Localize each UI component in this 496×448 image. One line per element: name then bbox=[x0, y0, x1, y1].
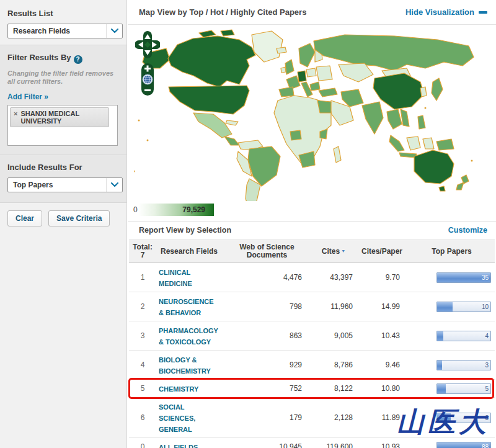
top-papers-value: 4 bbox=[485, 333, 489, 339]
cites-per-paper-cell: 10.43 bbox=[355, 328, 409, 343]
column-header-wos-documents: Web of Science Documents bbox=[222, 240, 312, 262]
sidebar-buttons: Clear Save Criteria bbox=[0, 203, 126, 226]
rank-cell: 6 bbox=[129, 410, 156, 425]
table-header-row: Total: 7 Research Fields Web of Science … bbox=[129, 240, 495, 263]
filter-section: Filter Results By? Changing the filter f… bbox=[0, 45, 126, 155]
top-papers-bar: 88 bbox=[436, 442, 491, 448]
research-field-link[interactable]: ALL FIELDS bbox=[159, 444, 198, 448]
map-view-title: Map View by Top / Hot / Highly Cited Pap… bbox=[139, 7, 306, 17]
rank-cell: 1 bbox=[129, 270, 156, 285]
wos-documents-cell: 752 bbox=[222, 381, 312, 396]
results-list-select[interactable]: Research Fields bbox=[7, 24, 123, 38]
map-controls bbox=[135, 30, 160, 101]
research-field-link[interactable]: PHARMACOLOGY & TOXICOLOGY bbox=[159, 327, 218, 346]
results-list-value: Research Fields bbox=[13, 27, 70, 35]
report-view-title: Report View by Selection bbox=[139, 226, 231, 235]
top-papers-bar: 10 bbox=[436, 302, 491, 312]
column-header-research-fields: Research Fields bbox=[156, 244, 222, 259]
rank-cell: 5 bbox=[129, 381, 156, 396]
help-icon[interactable]: ? bbox=[74, 55, 82, 64]
table-row: 3PHARMACOLOGY & TOXICOLOGY8639,00510.434 bbox=[129, 321, 495, 351]
active-filters-box: × SHANXI MEDICAL UNIVERSITY bbox=[7, 105, 118, 146]
rank-cell: 2 bbox=[129, 299, 156, 314]
top-papers-value: 3 bbox=[485, 362, 489, 369]
cites-cell: 8,786 bbox=[312, 357, 355, 372]
wos-documents-cell: 179 bbox=[222, 410, 312, 425]
table-row: 2NEUROSCIENCE & BEHAVIOR79811,96014.9910 bbox=[129, 292, 495, 321]
top-papers-value: 35 bbox=[482, 274, 489, 281]
research-field-link[interactable]: SOCIAL SCIENCES, GENERAL bbox=[159, 403, 195, 433]
include-results-select[interactable]: Top Papers bbox=[7, 177, 123, 192]
remove-filter-icon[interactable]: × bbox=[14, 110, 17, 125]
watermark-text: 山医大 bbox=[397, 404, 490, 441]
column-header-cites-per-paper: Cites/Paper bbox=[355, 244, 409, 259]
top-papers-value: 10 bbox=[482, 303, 489, 310]
filter-chip[interactable]: × SHANXI MEDICAL UNIVERSITY bbox=[10, 107, 109, 127]
cites-cell: 9,005 bbox=[312, 328, 355, 343]
filter-heading: Filter Results By? bbox=[7, 53, 120, 64]
include-results-value: Top Papers bbox=[13, 181, 53, 189]
map-header: Map View by Top / Hot / Highly Cited Pap… bbox=[128, 0, 496, 25]
research-field-link[interactable]: CLINICAL MEDICINE bbox=[159, 269, 192, 287]
cites-cell: 119,600 bbox=[312, 439, 355, 448]
add-filter-link[interactable]: Add Filter » bbox=[7, 92, 48, 101]
column-header-cites-sort[interactable]: Cites▼ bbox=[312, 244, 355, 259]
top-papers-value: 5 bbox=[485, 385, 489, 392]
rank-cell: 3 bbox=[129, 328, 156, 343]
cites-per-paper-cell: 9.46 bbox=[355, 357, 409, 372]
wos-documents-cell: 929 bbox=[222, 357, 312, 372]
world-map[interactable] bbox=[134, 27, 490, 201]
filter-note: Changing the filter field removes all cu… bbox=[7, 69, 119, 86]
wos-documents-cell: 4,476 bbox=[222, 270, 312, 285]
sidebar: Results List Research Fields Filter Resu… bbox=[0, 0, 127, 448]
wos-documents-cell: 10,945 bbox=[222, 439, 312, 448]
rank-cell: 4 bbox=[129, 357, 156, 372]
top-papers-bar: 4 bbox=[436, 331, 491, 341]
cites-cell: 8,122 bbox=[312, 381, 355, 396]
wos-documents-cell: 863 bbox=[222, 328, 312, 343]
include-results-heading: Include Results For bbox=[7, 163, 120, 172]
rank-cell: 0 bbox=[129, 439, 156, 448]
cites-cell: 43,397 bbox=[312, 270, 355, 285]
table-row: 1CLINICAL MEDICINE4,47643,3979.7035 bbox=[129, 263, 495, 292]
cites-cell: 11,960 bbox=[312, 299, 355, 314]
research-field-link[interactable]: CHEMISTRY bbox=[159, 385, 198, 393]
legend-min: 0 bbox=[133, 205, 138, 214]
map-legend: 0 79,529 bbox=[133, 204, 220, 216]
save-criteria-button[interactable]: Save Criteria bbox=[48, 210, 110, 226]
cites-cell: 2,128 bbox=[312, 410, 355, 425]
chevron-down-icon bbox=[106, 178, 122, 192]
sort-down-icon: ▼ bbox=[341, 249, 345, 253]
results-list-heading: Results List bbox=[7, 9, 120, 18]
research-field-link[interactable]: NEUROSCIENCE & BEHAVIOR bbox=[159, 298, 214, 316]
top-papers-bar: 5 bbox=[436, 383, 491, 394]
total-header: Total: 7 bbox=[129, 240, 156, 262]
top-papers-bar: 3 bbox=[436, 360, 491, 370]
wos-documents-cell: 798 bbox=[222, 299, 312, 314]
research-field-link[interactable]: BIOLOGY & BIOCHEMISTRY bbox=[159, 356, 211, 375]
customize-link[interactable]: Customize bbox=[448, 226, 487, 235]
filter-chip-label: SHANXI MEDICAL UNIVERSITY bbox=[20, 110, 105, 125]
cites-per-paper-cell: 9.70 bbox=[355, 270, 409, 285]
main-panel: Map View by Top / Hot / Highly Cited Pap… bbox=[128, 0, 496, 448]
map-area: 0 79,529 bbox=[128, 25, 496, 221]
legend-max: 79,529 bbox=[182, 205, 205, 214]
top-papers-bar: 35 bbox=[436, 272, 491, 283]
table-row: 4BIOLOGY & BIOCHEMISTRY9298,7869.463 bbox=[129, 351, 495, 380]
hide-visualization-link[interactable]: Hide Visualization bbox=[405, 7, 487, 17]
column-header-top-papers: Top Papers bbox=[409, 244, 495, 259]
zoom-control bbox=[141, 63, 154, 96]
cites-per-paper-cell: 10.80 bbox=[355, 381, 409, 396]
report-header: Report View by Selection Customize bbox=[128, 221, 496, 238]
pan-control bbox=[135, 31, 160, 58]
results-list-section: Results List Research Fields bbox=[0, 0, 126, 40]
cites-per-paper-cell: 10.93 bbox=[355, 439, 409, 448]
clear-button[interactable]: Clear bbox=[7, 210, 42, 226]
include-results-section: Include Results For Top Papers bbox=[0, 155, 126, 203]
cites-per-paper-cell: 14.99 bbox=[355, 299, 409, 314]
top-papers-value: 88 bbox=[482, 444, 489, 448]
table-row: 5CHEMISTRY7528,12210.805 bbox=[129, 380, 495, 398]
minus-icon bbox=[479, 11, 487, 14]
app-root: Results List Research Fields Filter Resu… bbox=[0, 0, 496, 448]
chevron-down-icon bbox=[106, 24, 122, 38]
